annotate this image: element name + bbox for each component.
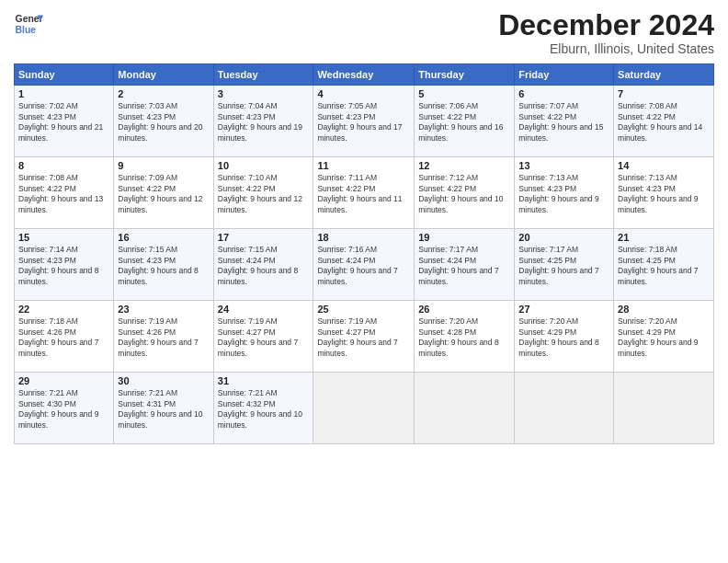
day-info: Sunrise: 7:21 AMSunset: 4:32 PMDaylight:… <box>218 388 310 431</box>
day-info: Sunrise: 7:15 AMSunset: 4:23 PMDaylight:… <box>118 245 209 287</box>
day-number: 31 <box>218 375 310 386</box>
day-info: Sunrise: 7:10 AMSunset: 4:22 PMDaylight:… <box>218 173 310 215</box>
weekday-header: SundayMondayTuesdayWednesdayThursdayFrid… <box>15 64 714 86</box>
calendar-day-cell: 22Sunrise: 7:18 AMSunset: 4:26 PMDayligh… <box>15 301 114 373</box>
day-info: Sunrise: 7:06 AMSunset: 4:22 PMDaylight:… <box>418 101 510 144</box>
day-number: 11 <box>317 160 410 171</box>
weekday-header-cell: Thursday <box>415 64 515 86</box>
logo-icon: General Blue <box>14 9 43 39</box>
day-info: Sunrise: 7:07 AMSunset: 4:22 PMDaylight:… <box>518 101 609 144</box>
weekday-header-cell: Sunday <box>15 64 114 86</box>
day-number: 5 <box>418 88 510 99</box>
day-info: Sunrise: 7:19 AMSunset: 4:27 PMDaylight:… <box>218 316 310 359</box>
calendar-week-row: 8Sunrise: 7:08 AMSunset: 4:22 PMDaylight… <box>15 157 714 229</box>
calendar-day-cell: 19Sunrise: 7:17 AMSunset: 4:24 PMDayligh… <box>415 229 515 301</box>
day-number: 26 <box>418 304 510 315</box>
calendar-table: SundayMondayTuesdayWednesdayThursdayFrid… <box>14 63 714 444</box>
calendar-day-cell: 26Sunrise: 7:20 AMSunset: 4:28 PMDayligh… <box>415 301 515 373</box>
day-number: 27 <box>518 304 609 315</box>
calendar-day-cell: 29Sunrise: 7:21 AMSunset: 4:30 PMDayligh… <box>15 373 114 444</box>
day-number: 29 <box>18 375 109 386</box>
day-number: 19 <box>418 232 510 243</box>
day-info: Sunrise: 7:13 AMSunset: 4:23 PMDaylight:… <box>618 173 710 215</box>
day-info: Sunrise: 7:04 AMSunset: 4:23 PMDaylight:… <box>218 101 310 144</box>
day-info: Sunrise: 7:09 AMSunset: 4:22 PMDaylight:… <box>118 173 209 215</box>
day-info: Sunrise: 7:21 AMSunset: 4:31 PMDaylight:… <box>118 388 209 431</box>
day-number: 17 <box>218 232 310 243</box>
day-number: 30 <box>118 375 209 386</box>
day-info: Sunrise: 7:20 AMSunset: 4:28 PMDaylight:… <box>418 316 510 359</box>
day-info: Sunrise: 7:02 AMSunset: 4:23 PMDaylight:… <box>18 101 109 144</box>
day-info: Sunrise: 7:20 AMSunset: 4:29 PMDaylight:… <box>618 316 710 359</box>
weekday-header-cell: Friday <box>515 64 614 86</box>
day-number: 3 <box>218 88 310 99</box>
day-number: 23 <box>118 304 209 315</box>
calendar-day-cell: 15Sunrise: 7:14 AMSunset: 4:23 PMDayligh… <box>15 229 114 301</box>
weekday-header-cell: Saturday <box>614 64 714 86</box>
weekday-header-cell: Tuesday <box>213 64 313 86</box>
calendar-day-cell: 9Sunrise: 7:09 AMSunset: 4:22 PMDaylight… <box>114 157 213 229</box>
day-info: Sunrise: 7:08 AMSunset: 4:22 PMDaylight:… <box>18 173 109 215</box>
day-number: 9 <box>118 160 209 171</box>
calendar-day-cell: 2Sunrise: 7:03 AMSunset: 4:23 PMDaylight… <box>114 86 213 157</box>
day-info: Sunrise: 7:15 AMSunset: 4:24 PMDaylight:… <box>218 245 310 287</box>
calendar-day-cell: 21Sunrise: 7:18 AMSunset: 4:25 PMDayligh… <box>614 229 714 301</box>
day-number: 21 <box>618 232 710 243</box>
calendar-day-cell: 1Sunrise: 7:02 AMSunset: 4:23 PMDaylight… <box>15 86 114 157</box>
day-info: Sunrise: 7:13 AMSunset: 4:23 PMDaylight:… <box>518 173 609 215</box>
day-number: 18 <box>317 232 410 243</box>
calendar-day-cell: 31Sunrise: 7:21 AMSunset: 4:32 PMDayligh… <box>213 373 313 444</box>
calendar-day-cell: 23Sunrise: 7:19 AMSunset: 4:26 PMDayligh… <box>114 301 213 373</box>
calendar-day-cell: 10Sunrise: 7:10 AMSunset: 4:22 PMDayligh… <box>213 157 313 229</box>
calendar-day-cell: 8Sunrise: 7:08 AMSunset: 4:22 PMDaylight… <box>15 157 114 229</box>
calendar-day-cell: 11Sunrise: 7:11 AMSunset: 4:22 PMDayligh… <box>313 157 415 229</box>
location-title: Elburn, Illinois, United States <box>498 41 714 56</box>
day-info: Sunrise: 7:05 AMSunset: 4:23 PMDaylight:… <box>317 101 410 144</box>
weekday-header-cell: Wednesday <box>313 64 415 86</box>
calendar-day-cell <box>614 373 714 444</box>
day-number: 14 <box>618 160 710 171</box>
day-number: 10 <box>218 160 310 171</box>
day-number: 6 <box>518 88 609 99</box>
calendar-body: 1Sunrise: 7:02 AMSunset: 4:23 PMDaylight… <box>15 86 714 444</box>
day-info: Sunrise: 7:20 AMSunset: 4:29 PMDaylight:… <box>518 316 609 359</box>
day-number: 13 <box>518 160 609 171</box>
day-info: Sunrise: 7:18 AMSunset: 4:25 PMDaylight:… <box>618 245 710 287</box>
day-info: Sunrise: 7:19 AMSunset: 4:26 PMDaylight:… <box>118 316 209 359</box>
calendar-day-cell: 13Sunrise: 7:13 AMSunset: 4:23 PMDayligh… <box>515 157 614 229</box>
logo: General Blue <box>14 9 43 39</box>
calendar-day-cell <box>515 373 614 444</box>
calendar-day-cell: 24Sunrise: 7:19 AMSunset: 4:27 PMDayligh… <box>213 301 313 373</box>
month-title: December 2024 <box>498 9 714 41</box>
day-number: 25 <box>317 304 410 315</box>
day-number: 20 <box>518 232 609 243</box>
day-info: Sunrise: 7:19 AMSunset: 4:27 PMDaylight:… <box>317 316 410 359</box>
calendar-day-cell: 17Sunrise: 7:15 AMSunset: 4:24 PMDayligh… <box>213 229 313 301</box>
day-info: Sunrise: 7:03 AMSunset: 4:23 PMDaylight:… <box>118 101 209 144</box>
calendar-day-cell: 12Sunrise: 7:12 AMSunset: 4:22 PMDayligh… <box>415 157 515 229</box>
day-info: Sunrise: 7:17 AMSunset: 4:25 PMDaylight:… <box>518 245 609 287</box>
day-number: 4 <box>317 88 410 99</box>
day-info: Sunrise: 7:16 AMSunset: 4:24 PMDaylight:… <box>317 245 410 287</box>
calendar-day-cell: 20Sunrise: 7:17 AMSunset: 4:25 PMDayligh… <box>515 229 614 301</box>
day-info: Sunrise: 7:12 AMSunset: 4:22 PMDaylight:… <box>418 173 510 215</box>
calendar-day-cell: 18Sunrise: 7:16 AMSunset: 4:24 PMDayligh… <box>313 229 415 301</box>
main-container: General Blue December 2024 Elburn, Illin… <box>0 0 728 454</box>
day-number: 15 <box>18 232 109 243</box>
calendar-week-row: 1Sunrise: 7:02 AMSunset: 4:23 PMDaylight… <box>15 86 714 157</box>
day-info: Sunrise: 7:21 AMSunset: 4:30 PMDaylight:… <box>18 388 109 431</box>
day-info: Sunrise: 7:11 AMSunset: 4:22 PMDaylight:… <box>317 173 410 215</box>
calendar-day-cell: 6Sunrise: 7:07 AMSunset: 4:22 PMDaylight… <box>515 86 614 157</box>
calendar-day-cell: 4Sunrise: 7:05 AMSunset: 4:23 PMDaylight… <box>313 86 415 157</box>
day-info: Sunrise: 7:14 AMSunset: 4:23 PMDaylight:… <box>18 245 109 287</box>
title-block: December 2024 Elburn, Illinois, United S… <box>498 9 714 56</box>
day-info: Sunrise: 7:08 AMSunset: 4:22 PMDaylight:… <box>618 101 710 144</box>
calendar-week-row: 22Sunrise: 7:18 AMSunset: 4:26 PMDayligh… <box>15 301 714 373</box>
day-number: 16 <box>118 232 209 243</box>
calendar-day-cell: 16Sunrise: 7:15 AMSunset: 4:23 PMDayligh… <box>114 229 213 301</box>
calendar-week-row: 15Sunrise: 7:14 AMSunset: 4:23 PMDayligh… <box>15 229 714 301</box>
calendar-day-cell <box>313 373 415 444</box>
day-number: 7 <box>618 88 710 99</box>
calendar-day-cell: 3Sunrise: 7:04 AMSunset: 4:23 PMDaylight… <box>213 86 313 157</box>
calendar-day-cell <box>415 373 515 444</box>
